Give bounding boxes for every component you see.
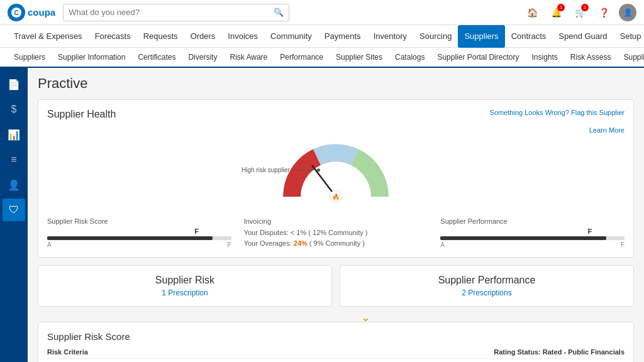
prescription-row: Supplier Risk 1 Prescription Supplier Pe…: [38, 265, 634, 307]
risk-table-header: Risk Criteria Rating Status: Rated - Pub…: [47, 348, 625, 359]
overages-value: 24%: [294, 239, 308, 247]
nav-travel[interactable]: Travel & Expenses: [8, 25, 89, 48]
risk-card-title: Supplier Risk: [47, 275, 323, 286]
nav-orders[interactable]: Orders: [184, 25, 222, 48]
perf-card-title: Supplier Performance: [349, 275, 625, 286]
nav-sourcing[interactable]: Sourcing: [413, 25, 458, 48]
score-section: Supplier Risk Score F A F Invoicing Your…: [47, 217, 625, 248]
risk-score-section: Supplier Risk Score Risk Criteria Rating…: [38, 322, 634, 362]
invoicing-section: Invoicing Your Disputes: < 1% ( 12% Comm…: [244, 217, 428, 248]
subnav-riskaware[interactable]: Risk Aware: [223, 48, 274, 67]
supplier-risk-card[interactable]: Supplier Risk 1 Prescription: [38, 265, 332, 307]
sidebar-dollar-icon[interactable]: $: [3, 98, 25, 121]
subnav-insights[interactable]: Insights: [525, 48, 564, 67]
subnav-riskassess[interactable]: Risk Assess: [564, 48, 618, 67]
risk-score-label: Supplier Risk Score: [47, 217, 231, 225]
arrow-down-left: ⌄: [361, 310, 370, 324]
perf-score-bar: [440, 236, 625, 240]
sidebar-person-icon[interactable]: 👤: [3, 173, 25, 196]
risk-score-section-title: Supplier Risk Score: [47, 331, 625, 342]
perf-bar-labels: A F: [440, 241, 625, 248]
supplier-performance-score: Supplier Performance F A F: [440, 217, 625, 248]
sub-nav: Suppliers Supplier Information Certifica…: [0, 48, 644, 68]
risk-bar-labels: A F: [47, 241, 231, 248]
page-title: Practive: [38, 75, 634, 92]
main-layout: 📄 $ 📊 ≡ 👤 🛡 Practive Supplier Health Som…: [0, 68, 644, 362]
subnav-catalogs[interactable]: Catalogs: [389, 48, 431, 67]
learn-more-link[interactable]: Learn More: [47, 126, 625, 134]
nav-bar: Travel & Expenses Forecasts Requests Ord…: [0, 25, 644, 48]
invoicing-label: Invoicing: [244, 217, 428, 225]
subnav-certs[interactable]: Certificates: [131, 48, 182, 67]
sidebar: 📄 $ 📊 ≡ 👤 🛡: [0, 68, 28, 362]
notification-icon[interactable]: 🔔 1: [547, 4, 565, 21]
invoicing-disputes: Your Disputes: < 1% ( 12% Community ): [244, 228, 428, 238]
perf-score-fill: [440, 236, 606, 240]
subnav-info[interactable]: Supplier Information: [52, 48, 131, 67]
top-icons: 🏠 🔔 1 🛒 1 ❓ 👤: [523, 4, 636, 21]
subnav-performance[interactable]: Performance: [274, 48, 330, 67]
search-input[interactable]: [69, 8, 274, 17]
svg-text:🔥: 🔥: [332, 193, 340, 201]
perf-card-sub: 2 Prescriptions: [349, 288, 625, 297]
logo[interactable]: C coupa: [8, 4, 55, 21]
search-bar[interactable]: 🔍: [63, 4, 289, 21]
perf-score-grade: F: [587, 228, 625, 235]
help-icon[interactable]: ❓: [595, 4, 613, 21]
nav-forecasts[interactable]: Forecasts: [89, 25, 137, 48]
nav-setup[interactable]: Setup: [614, 25, 644, 48]
sidebar-list-icon[interactable]: ≡: [3, 148, 25, 171]
subnav-suppliers[interactable]: Suppliers: [8, 48, 52, 67]
perf-score-label: Supplier Performance: [440, 217, 625, 225]
risk-score-fill: [47, 236, 213, 240]
gauge-svg: 🔥: [279, 140, 392, 209]
subnav-portal[interactable]: Supplier Portal Directory: [431, 48, 525, 67]
supplier-performance-card[interactable]: Supplier Performance 2 Prescriptions: [340, 265, 634, 307]
gauge-area: High risk supplier ●: [47, 140, 625, 211]
supplier-risk-score: Supplier Risk Score F A F: [47, 217, 231, 248]
nav-inventory[interactable]: Inventory: [367, 25, 413, 48]
nav-contracts[interactable]: Contracts: [505, 25, 553, 48]
nav-requests[interactable]: Requests: [137, 25, 184, 48]
sidebar-chart-icon[interactable]: 📊: [3, 123, 25, 146]
svg-text:C: C: [14, 9, 18, 16]
nav-community[interactable]: Community: [264, 25, 318, 48]
subnav-sites[interactable]: Supplier Sites: [330, 48, 389, 67]
high-risk-label: High risk supplier ●: [242, 165, 321, 174]
content-area: Practive Supplier Health Something Looks…: [28, 68, 644, 362]
sidebar-document-icon[interactable]: 📄: [3, 73, 25, 96]
nav-suppliers[interactable]: Suppliers: [458, 25, 504, 48]
risk-card-sub: 1 Prescription: [47, 288, 323, 297]
search-icon: 🔍: [274, 8, 284, 17]
risk-score-grade: F: [194, 228, 231, 235]
health-card-title: Supplier Health: [47, 109, 116, 120]
cart-icon[interactable]: 🛒 1: [571, 4, 589, 21]
logo-text: coupa: [28, 7, 55, 18]
nav-payments[interactable]: Payments: [318, 25, 367, 48]
nav-invoices[interactable]: Invoices: [221, 25, 264, 48]
avatar[interactable]: 👤: [619, 4, 636, 21]
logo-icon: C: [8, 4, 25, 21]
invoicing-overages: Your Overages: 24% ( 9% Community ): [244, 238, 428, 249]
card-header: Supplier Health Something Looks Wrong? F…: [47, 109, 625, 120]
top-bar: C coupa 🔍 🏠 🔔 1 🛒 1 ❓ 👤: [0, 0, 644, 25]
sidebar-shield-icon[interactable]: 🛡: [3, 199, 25, 221]
subnav-diversity[interactable]: Diversity: [182, 48, 223, 67]
home-icon[interactable]: 🏠: [523, 4, 541, 21]
notification-badge: 1: [557, 4, 565, 11]
subnav-meetings[interactable]: Supplier Meetings: [618, 48, 644, 67]
cart-badge: 1: [581, 4, 589, 11]
nav-spendguard[interactable]: Spend Guard: [552, 25, 613, 48]
risk-score-bar: [47, 236, 231, 240]
supplier-health-card: Supplier Health Something Looks Wrong? F…: [38, 99, 634, 258]
flag-supplier-link[interactable]: Something Looks Wrong? Flag this Supplie…: [490, 109, 625, 116]
